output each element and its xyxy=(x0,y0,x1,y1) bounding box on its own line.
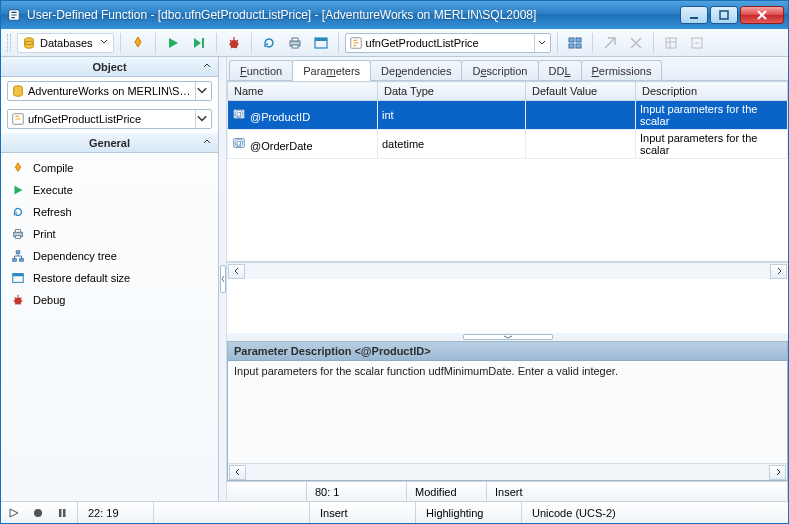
sidebar-item-refresh[interactable]: Refresh xyxy=(1,201,218,223)
toolbar-grip[interactable] xyxy=(7,34,11,52)
parameter-description-panel: Parameter Description <@ProductID> Input… xyxy=(227,341,788,481)
inner-statusbar: 80: 1 Modified Insert xyxy=(227,481,788,501)
grid-hscrollbar[interactable] xyxy=(227,262,788,279)
col-datatype[interactable]: Data Type xyxy=(378,82,526,101)
outer-statusbar: 22: 19 Insert Highlighting Unicode (UCS-… xyxy=(1,501,788,523)
function-name-input[interactable] xyxy=(366,35,534,51)
nav-pause-button[interactable] xyxy=(53,505,71,521)
tab-parameters[interactable]: Parameters xyxy=(292,60,371,81)
refresh-button[interactable] xyxy=(258,32,280,54)
function-icon xyxy=(11,112,25,126)
svg-text:@: @ xyxy=(234,137,244,148)
col-description[interactable]: Description xyxy=(636,82,788,101)
toolbar-action-2 xyxy=(599,32,621,54)
toolbar-action-3 xyxy=(625,32,647,54)
execute-button[interactable] xyxy=(162,32,184,54)
vertical-splitter[interactable] xyxy=(219,57,227,501)
tab-permissions[interactable]: Permissions xyxy=(581,60,663,80)
cell-description: Input parameters for the scalar xyxy=(636,101,788,130)
databases-label: Databases xyxy=(40,37,93,49)
toolbar-action-1[interactable] xyxy=(564,32,586,54)
scroll-left-button[interactable] xyxy=(228,264,245,279)
sidebar-item-compile[interactable]: Compile xyxy=(1,157,218,179)
general-header-label: General xyxy=(89,137,130,149)
table-row[interactable]: @@ProductIDintInput parameters for the s… xyxy=(228,101,788,130)
chevron-down-icon[interactable] xyxy=(195,82,211,100)
compile-button[interactable] xyxy=(127,32,149,54)
print-button[interactable] xyxy=(284,32,306,54)
sidebar-item-label: Compile xyxy=(33,162,73,174)
scroll-track[interactable] xyxy=(246,264,769,279)
databases-dropdown[interactable]: Databases xyxy=(17,33,114,53)
svg-rect-22 xyxy=(15,236,20,239)
scroll-track[interactable] xyxy=(247,465,768,480)
table-row[interactable]: @@OrderDatedatetimeInput parameters for … xyxy=(228,130,788,159)
outer-cursor-position: 22: 19 xyxy=(77,502,147,523)
parameters-grid[interactable]: Name Data Type Default Value Description… xyxy=(227,81,788,262)
collapse-icon xyxy=(202,61,212,73)
minimize-button[interactable] xyxy=(680,6,708,24)
database-combo[interactable]: AdventureWorks on MERLIN\SQL2008 xyxy=(7,81,212,101)
maximize-button[interactable] xyxy=(710,6,738,24)
debug-button[interactable] xyxy=(223,32,245,54)
sidebar-item-label: Print xyxy=(33,228,56,240)
toolbar-action-5 xyxy=(686,32,708,54)
horizontal-splitter[interactable] xyxy=(227,333,788,341)
svg-rect-27 xyxy=(13,274,24,277)
tab-function[interactable]: Function xyxy=(229,60,293,80)
svg-rect-12 xyxy=(569,38,574,42)
nav-record-button[interactable] xyxy=(29,505,47,521)
description-panel-title: Parameter Description <@ProductID> xyxy=(228,342,787,361)
sidebar-item-label: Refresh xyxy=(33,206,72,218)
chevron-down-icon[interactable] xyxy=(195,110,211,128)
sidebar-item-restore-size[interactable]: Restore default size xyxy=(1,267,218,289)
close-button[interactable] xyxy=(740,6,784,24)
description-panel-body[interactable]: Input parameters for the scalar function… xyxy=(228,361,787,463)
tab-dependencies[interactable]: Dependencies xyxy=(370,60,462,80)
nav-play-button[interactable] xyxy=(5,505,23,521)
sidebar-item-debug[interactable]: Debug xyxy=(1,289,218,311)
sidebar-item-dependency-tree[interactable]: Dependency tree xyxy=(1,245,218,267)
tab-description[interactable]: Description xyxy=(461,60,538,80)
titlebar[interactable]: User-Defined Function - [dbo.ufnGetProdu… xyxy=(1,1,788,29)
cell-default xyxy=(526,130,636,159)
param-icon: @ xyxy=(232,107,250,121)
col-name[interactable]: Name xyxy=(228,82,378,101)
sidebar-item-print[interactable]: Print xyxy=(1,223,218,245)
tab-ddl[interactable]: DDL xyxy=(538,60,582,80)
object-panel-header[interactable]: Object xyxy=(1,57,218,77)
svg-rect-10 xyxy=(315,38,327,41)
function-selector[interactable] xyxy=(345,33,551,53)
cell-name: @OrderDate xyxy=(250,140,313,152)
cell-description: Input parameters for the scalar xyxy=(636,130,788,159)
svg-rect-35 xyxy=(63,509,66,517)
desc-hscrollbar[interactable] xyxy=(228,463,787,480)
scroll-left-button[interactable] xyxy=(229,465,246,480)
app-icon xyxy=(7,8,21,22)
encoding-status: Unicode (UCS-2) xyxy=(521,502,784,523)
function-combo[interactable]: ufnGetProductListPrice xyxy=(7,109,212,129)
svg-rect-14 xyxy=(569,44,574,48)
cursor-position: 80: 1 xyxy=(307,482,407,501)
col-default[interactable]: Default Value xyxy=(526,82,636,101)
scroll-right-button[interactable] xyxy=(769,465,786,480)
tree-icon xyxy=(11,249,25,263)
modified-status: Modified xyxy=(407,482,487,501)
main-panel: Function Parameters Dependencies Descrip… xyxy=(227,57,788,501)
general-panel-header[interactable]: General xyxy=(1,133,218,153)
outer-insert-mode: Insert xyxy=(309,502,409,523)
sidebar-item-execute[interactable]: Execute xyxy=(1,179,218,201)
svg-rect-24 xyxy=(13,259,17,262)
main-toolbar: Databases xyxy=(1,29,788,57)
print-icon xyxy=(11,227,25,241)
svg-rect-21 xyxy=(15,230,20,233)
execute-step-button[interactable] xyxy=(188,32,210,54)
restore-size-button[interactable] xyxy=(310,32,332,54)
chevron-down-icon[interactable] xyxy=(534,34,550,52)
highlighting-status: Highlighting xyxy=(415,502,515,523)
svg-rect-16 xyxy=(666,38,676,48)
scroll-right-button[interactable] xyxy=(770,264,787,279)
collapse-icon xyxy=(202,137,212,149)
database-icon xyxy=(11,84,25,98)
sidebar-item-label: Dependency tree xyxy=(33,250,117,262)
